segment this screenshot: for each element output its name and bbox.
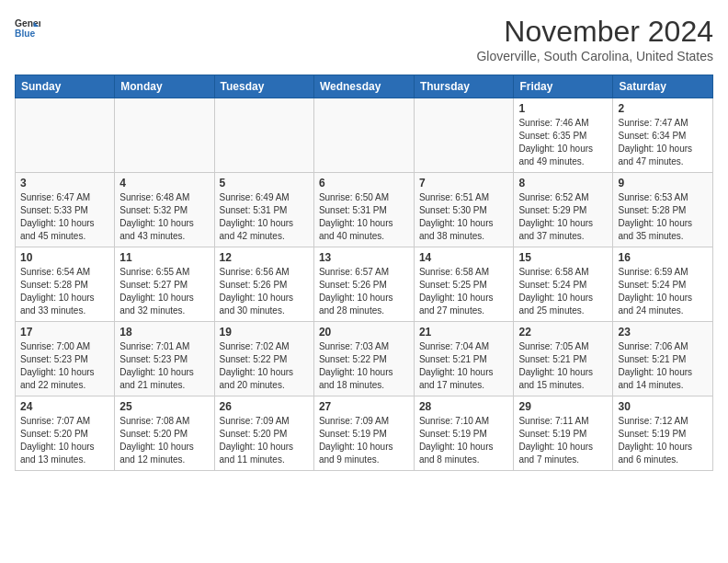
svg-text:General: General xyxy=(15,18,40,29)
calendar-week-1: 1Sunrise: 7:46 AM Sunset: 6:35 PM Daylig… xyxy=(16,98,713,173)
day-number: 2 xyxy=(618,102,708,115)
day-info: Sunrise: 7:00 AM Sunset: 5:23 PM Dayligh… xyxy=(20,340,109,392)
col-header-saturday: Saturday xyxy=(613,75,713,98)
calendar-cell: 23Sunrise: 7:06 AM Sunset: 5:21 PM Dayli… xyxy=(613,322,713,396)
calendar-cell: 13Sunrise: 6:57 AM Sunset: 5:26 PM Dayli… xyxy=(313,247,414,322)
calendar-cell: 18Sunrise: 7:01 AM Sunset: 5:23 PM Dayli… xyxy=(115,322,214,396)
calendar-cell: 15Sunrise: 6:58 AM Sunset: 5:24 PM Dayli… xyxy=(514,247,613,322)
calendar-cell: 28Sunrise: 7:10 AM Sunset: 5:19 PM Dayli… xyxy=(414,396,514,471)
day-number: 13 xyxy=(319,251,409,264)
calendar-cell: 21Sunrise: 7:04 AM Sunset: 5:21 PM Dayli… xyxy=(414,322,514,396)
day-number: 19 xyxy=(220,326,309,339)
day-info: Sunrise: 7:08 AM Sunset: 5:20 PM Dayligh… xyxy=(119,415,209,466)
day-info: Sunrise: 6:53 AM Sunset: 5:28 PM Dayligh… xyxy=(618,191,708,243)
calendar-cell: 24Sunrise: 7:07 AM Sunset: 5:20 PM Dayli… xyxy=(16,396,115,471)
day-number: 17 xyxy=(20,326,109,339)
day-info: Sunrise: 7:12 AM Sunset: 5:19 PM Dayligh… xyxy=(618,415,708,466)
logo: General Blue xyxy=(15,15,40,40)
day-info: Sunrise: 7:01 AM Sunset: 5:23 PM Dayligh… xyxy=(119,340,209,392)
day-number: 24 xyxy=(20,400,109,413)
calendar-cell: 2Sunrise: 7:47 AM Sunset: 6:34 PM Daylig… xyxy=(613,98,713,173)
calendar-cell: 26Sunrise: 7:09 AM Sunset: 5:20 PM Dayli… xyxy=(214,396,313,471)
day-info: Sunrise: 7:09 AM Sunset: 5:19 PM Dayligh… xyxy=(319,415,409,466)
calendar-cell: 14Sunrise: 6:58 AM Sunset: 5:25 PM Dayli… xyxy=(414,247,514,322)
day-info: Sunrise: 6:59 AM Sunset: 5:24 PM Dayligh… xyxy=(618,266,708,317)
day-info: Sunrise: 6:50 AM Sunset: 5:31 PM Dayligh… xyxy=(319,191,409,243)
calendar-cell xyxy=(414,98,514,173)
col-header-tuesday: Tuesday xyxy=(214,75,313,98)
day-info: Sunrise: 7:05 AM Sunset: 5:21 PM Dayligh… xyxy=(518,340,608,392)
day-number: 25 xyxy=(119,400,209,413)
day-info: Sunrise: 6:49 AM Sunset: 5:31 PM Dayligh… xyxy=(220,191,309,243)
col-header-sunday: Sunday xyxy=(16,75,115,98)
calendar-cell: 6Sunrise: 6:50 AM Sunset: 5:31 PM Daylig… xyxy=(313,173,414,247)
calendar-cell: 27Sunrise: 7:09 AM Sunset: 5:19 PM Dayli… xyxy=(313,396,414,471)
day-number: 11 xyxy=(119,251,209,264)
day-info: Sunrise: 7:03 AM Sunset: 5:22 PM Dayligh… xyxy=(319,340,409,392)
day-info: Sunrise: 7:07 AM Sunset: 5:20 PM Dayligh… xyxy=(20,415,109,466)
calendar-cell xyxy=(313,98,414,173)
day-number: 16 xyxy=(618,251,708,264)
col-header-monday: Monday xyxy=(115,75,214,98)
day-info: Sunrise: 7:06 AM Sunset: 5:21 PM Dayligh… xyxy=(618,340,708,392)
day-number: 14 xyxy=(419,251,509,264)
calendar-cell: 20Sunrise: 7:03 AM Sunset: 5:22 PM Dayli… xyxy=(313,322,414,396)
calendar-cell: 8Sunrise: 6:52 AM Sunset: 5:29 PM Daylig… xyxy=(514,173,613,247)
calendar-cell: 9Sunrise: 6:53 AM Sunset: 5:28 PM Daylig… xyxy=(613,173,713,247)
day-number: 21 xyxy=(419,326,509,339)
day-info: Sunrise: 7:02 AM Sunset: 5:22 PM Dayligh… xyxy=(220,340,309,392)
day-info: Sunrise: 7:09 AM Sunset: 5:20 PM Dayligh… xyxy=(220,415,309,466)
day-number: 6 xyxy=(319,177,409,190)
day-number: 26 xyxy=(220,400,309,413)
calendar-cell: 5Sunrise: 6:49 AM Sunset: 5:31 PM Daylig… xyxy=(214,173,313,247)
day-number: 29 xyxy=(518,400,608,413)
day-info: Sunrise: 7:11 AM Sunset: 5:19 PM Dayligh… xyxy=(518,415,608,466)
day-number: 5 xyxy=(220,177,309,190)
day-info: Sunrise: 7:10 AM Sunset: 5:19 PM Dayligh… xyxy=(419,415,509,466)
calendar-cell: 3Sunrise: 6:47 AM Sunset: 5:33 PM Daylig… xyxy=(16,173,115,247)
calendar-cell: 30Sunrise: 7:12 AM Sunset: 5:19 PM Dayli… xyxy=(613,396,713,471)
day-number: 30 xyxy=(618,400,708,413)
day-info: Sunrise: 7:47 AM Sunset: 6:34 PM Dayligh… xyxy=(618,117,708,168)
day-number: 10 xyxy=(20,251,109,264)
day-info: Sunrise: 7:04 AM Sunset: 5:21 PM Dayligh… xyxy=(419,340,509,392)
calendar-cell xyxy=(115,98,214,173)
calendar-cell: 1Sunrise: 7:46 AM Sunset: 6:35 PM Daylig… xyxy=(514,98,613,173)
day-number: 12 xyxy=(220,251,309,264)
calendar-week-2: 3Sunrise: 6:47 AM Sunset: 5:33 PM Daylig… xyxy=(16,173,713,247)
month-title: November 2024 xyxy=(476,15,713,49)
calendar-cell: 16Sunrise: 6:59 AM Sunset: 5:24 PM Dayli… xyxy=(613,247,713,322)
day-info: Sunrise: 6:48 AM Sunset: 5:32 PM Dayligh… xyxy=(119,191,209,243)
day-number: 18 xyxy=(119,326,209,339)
day-info: Sunrise: 6:52 AM Sunset: 5:29 PM Dayligh… xyxy=(518,191,608,243)
calendar-cell: 22Sunrise: 7:05 AM Sunset: 5:21 PM Dayli… xyxy=(514,322,613,396)
calendar-header-row: SundayMondayTuesdayWednesdayThursdayFrid… xyxy=(16,75,713,98)
day-number: 1 xyxy=(518,102,608,115)
day-number: 27 xyxy=(319,400,409,413)
day-number: 23 xyxy=(618,326,708,339)
calendar-cell: 29Sunrise: 7:11 AM Sunset: 5:19 PM Dayli… xyxy=(514,396,613,471)
day-number: 15 xyxy=(518,251,608,264)
day-number: 4 xyxy=(119,177,209,190)
col-header-friday: Friday xyxy=(514,75,613,98)
day-info: Sunrise: 7:46 AM Sunset: 6:35 PM Dayligh… xyxy=(518,117,608,168)
col-header-thursday: Thursday xyxy=(414,75,514,98)
calendar-cell: 19Sunrise: 7:02 AM Sunset: 5:22 PM Dayli… xyxy=(214,322,313,396)
calendar-cell: 12Sunrise: 6:56 AM Sunset: 5:26 PM Dayli… xyxy=(214,247,313,322)
day-number: 9 xyxy=(618,177,708,190)
day-info: Sunrise: 6:58 AM Sunset: 5:24 PM Dayligh… xyxy=(518,266,608,317)
day-info: Sunrise: 6:58 AM Sunset: 5:25 PM Dayligh… xyxy=(419,266,509,317)
calendar-week-4: 17Sunrise: 7:00 AM Sunset: 5:23 PM Dayli… xyxy=(16,322,713,396)
day-number: 8 xyxy=(518,177,608,190)
day-info: Sunrise: 6:51 AM Sunset: 5:30 PM Dayligh… xyxy=(419,191,509,243)
day-info: Sunrise: 6:54 AM Sunset: 5:28 PM Dayligh… xyxy=(20,266,109,317)
day-number: 28 xyxy=(419,400,509,413)
calendar-week-5: 24Sunrise: 7:07 AM Sunset: 5:20 PM Dayli… xyxy=(16,396,713,471)
calendar-cell: 17Sunrise: 7:00 AM Sunset: 5:23 PM Dayli… xyxy=(16,322,115,396)
page-header: General Blue November 2024 Gloverville, … xyxy=(15,15,713,63)
logo-icon: General Blue xyxy=(15,15,40,40)
calendar-cell: 7Sunrise: 6:51 AM Sunset: 5:30 PM Daylig… xyxy=(414,173,514,247)
day-info: Sunrise: 6:56 AM Sunset: 5:26 PM Dayligh… xyxy=(220,266,309,317)
col-header-wednesday: Wednesday xyxy=(313,75,414,98)
day-info: Sunrise: 6:57 AM Sunset: 5:26 PM Dayligh… xyxy=(319,266,409,317)
